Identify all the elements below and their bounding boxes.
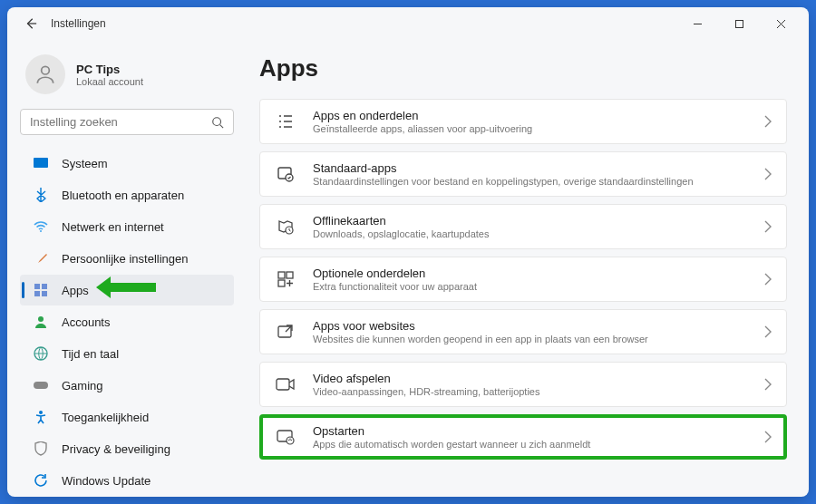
card-offline-maps[interactable]: OfflinekaartenDownloads, opslaglocatie, … <box>259 204 787 249</box>
sidebar-item-label: Systeem <box>62 157 108 170</box>
wifi-icon <box>33 218 49 235</box>
card-startup[interactable]: OpstartenApps die automatisch worden ges… <box>259 414 787 460</box>
sidebar-item-label: Toegankelijkheid <box>62 411 149 424</box>
bluetooth-icon <box>33 187 49 203</box>
user-name: PC Tips <box>76 63 143 76</box>
chevron-right-icon <box>764 325 772 338</box>
globe-icon <box>33 345 49 362</box>
card-sub: Downloads, opslaglocatie, kaartupdates <box>313 228 748 239</box>
card-sub: Apps die automatisch worden gestart wann… <box>313 439 748 450</box>
titlebar: Instellingen <box>7 7 809 40</box>
svg-point-2 <box>213 117 221 125</box>
default-apps-icon <box>275 163 296 185</box>
card-sub: Extra functionaliteit voor uw apparaat <box>313 281 748 292</box>
brush-icon <box>33 250 49 267</box>
card-optional-features[interactable]: Optionele onderdelenExtra functionalitei… <box>259 257 787 302</box>
sidebar-item-label: Privacy & beveiliging <box>62 442 170 456</box>
sidebar-item-privacy[interactable]: Privacy & beveiliging <box>20 433 234 464</box>
update-icon <box>33 472 49 489</box>
sidebar-item-gaming[interactable]: Gaming <box>20 370 234 401</box>
svg-rect-7 <box>34 291 40 296</box>
card-apps-for-websites[interactable]: Apps voor websitesWebsites die kunnen wo… <box>259 309 787 354</box>
sidebar-item-time[interactable]: Tijd en taal <box>20 338 234 369</box>
user-info: PC Tips Lokaal account <box>76 63 143 87</box>
apps-icon <box>33 282 49 298</box>
search-box[interactable] <box>20 109 234 135</box>
maximize-button[interactable] <box>722 11 756 36</box>
card-sub: Websites die kunnen worden geopend in ee… <box>313 334 748 344</box>
card-title: Optionele onderdelen <box>313 267 748 280</box>
nav: Systeem Bluetooth en apparaten Netwerk e… <box>20 148 234 496</box>
svg-point-12 <box>39 411 43 414</box>
window-controls <box>680 11 798 36</box>
maximize-icon <box>734 19 744 29</box>
accessibility-icon <box>33 409 49 425</box>
card-title: Apps voor websites <box>313 319 748 333</box>
sidebar-item-bluetooth[interactable]: Bluetooth en apparaten <box>20 179 234 210</box>
sidebar-item-label: Gaming <box>62 379 103 393</box>
display-icon <box>33 155 49 171</box>
sidebar-item-label: Netwerk en internet <box>62 220 164 234</box>
close-button[interactable] <box>763 11 798 36</box>
sidebar-item-label: Tijd en taal <box>62 347 119 361</box>
svg-rect-0 <box>735 20 743 27</box>
search-input[interactable] <box>30 115 211 129</box>
svg-rect-5 <box>34 284 40 289</box>
map-icon <box>275 216 296 237</box>
card-title: Standaard-apps <box>313 161 748 175</box>
settings-cards: Apps en onderdelenGeïnstalleerde apps, a… <box>259 99 787 460</box>
sidebar-item-update[interactable]: Windows Update <box>20 465 234 496</box>
svg-rect-11 <box>34 382 48 389</box>
page-title: Apps <box>259 54 787 82</box>
card-sub: Video-aanpassingen, HDR-streaming, batte… <box>313 386 748 397</box>
chevron-right-icon <box>764 273 772 286</box>
svg-rect-8 <box>42 291 47 296</box>
chevron-right-icon <box>764 431 772 443</box>
arrow-left-icon <box>24 17 37 30</box>
card-default-apps[interactable]: Standaard-appsStandaardinstellingen voor… <box>259 151 787 197</box>
window-title: Instellingen <box>51 17 106 30</box>
search-icon <box>211 116 224 129</box>
close-icon <box>776 19 786 29</box>
card-title: Video afspelen <box>313 372 748 385</box>
video-icon <box>275 373 296 395</box>
optional-icon <box>275 268 296 290</box>
chevron-right-icon <box>764 168 772 180</box>
card-title: Offlinekaarten <box>313 214 748 228</box>
sidebar-item-accessibility[interactable]: Toegankelijkheid <box>20 402 234 432</box>
chevron-right-icon <box>764 378 772 391</box>
svg-rect-18 <box>278 280 285 286</box>
account-icon <box>33 314 49 330</box>
card-apps-features[interactable]: Apps en onderdelenGeïnstalleerde apps, a… <box>259 99 787 144</box>
sidebar-item-label: Windows Update <box>62 474 151 488</box>
list-icon <box>275 111 296 132</box>
startup-icon <box>275 426 296 448</box>
sidebar-item-label: Persoonlijke instellingen <box>62 252 188 266</box>
sidebar: PC Tips Lokaal account Systeem Bluetooth… <box>7 40 241 497</box>
chevron-right-icon <box>764 220 772 233</box>
sidebar-item-label: Accounts <box>62 315 110 329</box>
main-panel: Apps Apps en onderdelenGeïnstalleerde ap… <box>241 40 809 497</box>
back-button[interactable] <box>18 17 44 30</box>
avatar <box>25 54 65 94</box>
sidebar-item-network[interactable]: Netwerk en internet <box>20 211 234 242</box>
sidebar-item-label: Bluetooth en apparaten <box>62 189 184 202</box>
sidebar-item-accounts[interactable]: Accounts <box>20 306 234 337</box>
shield-icon <box>33 441 49 457</box>
minimize-button[interactable] <box>680 11 714 36</box>
sidebar-item-apps[interactable]: Apps <box>20 275 234 305</box>
sidebar-item-system[interactable]: Systeem <box>20 148 234 179</box>
sidebar-item-label: Apps <box>62 284 89 297</box>
user-block[interactable]: PC Tips Lokaal account <box>20 47 234 109</box>
svg-rect-17 <box>287 272 293 278</box>
card-title: Apps en onderdelen <box>313 109 748 122</box>
open-app-icon <box>275 321 296 343</box>
sidebar-item-personalization[interactable]: Persoonlijke instellingen <box>20 243 234 274</box>
card-sub: Standaardinstellingen voor bestand en ko… <box>313 176 748 187</box>
content: PC Tips Lokaal account Systeem Bluetooth… <box>7 40 809 497</box>
svg-point-1 <box>42 66 50 74</box>
card-title: Opstarten <box>313 424 748 438</box>
svg-rect-16 <box>278 272 285 278</box>
svg-point-4 <box>40 230 42 232</box>
card-video-playback[interactable]: Video afspelenVideo-aanpassingen, HDR-st… <box>259 362 787 407</box>
